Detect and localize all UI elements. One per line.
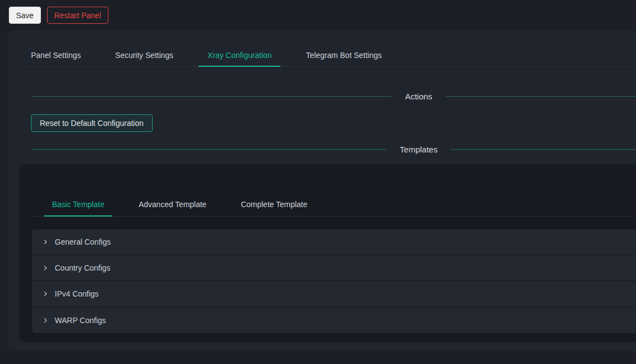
templates-divider-label: Templates: [387, 145, 451, 154]
accordion-item-label: Country Configs: [55, 263, 110, 272]
chevron-right-icon: [42, 239, 50, 245]
chevron-right-icon: [42, 291, 50, 297]
accordion-item-label: IPv4 Configs: [55, 289, 98, 298]
template-config-accordion: General Configs Country Configs IPv4 Con…: [32, 229, 636, 334]
tab-advanced-template[interactable]: Advanced Template: [131, 193, 215, 216]
tab-basic-template[interactable]: Basic Template: [44, 193, 112, 216]
save-button[interactable]: Save: [9, 7, 41, 24]
divider-line: [32, 149, 387, 150]
main-tabbar: Panel Settings Security Settings Xray Co…: [22, 44, 636, 67]
actions-divider: Actions: [32, 90, 636, 102]
settings-card: Panel Settings Security Settings Xray Co…: [8, 30, 636, 351]
topbar: Save Restart Panel: [0, 0, 636, 24]
tab-telegram-bot-settings[interactable]: Telegram Bot Settings: [297, 44, 390, 66]
chevron-right-icon: [42, 317, 50, 324]
accordion-item-country-configs[interactable]: Country Configs: [32, 255, 636, 281]
accordion-item-general-configs[interactable]: General Configs: [32, 229, 636, 255]
divider-line: [446, 96, 636, 97]
divider-line: [451, 149, 636, 150]
tab-complete-template[interactable]: Complete Template: [233, 193, 315, 216]
tab-security-settings[interactable]: Security Settings: [106, 44, 182, 66]
accordion-item-label: WARP Configs: [55, 316, 106, 325]
templates-card: Basic Template Advanced Template Complet…: [19, 164, 636, 342]
divider-line: [32, 96, 392, 97]
accordion-item-ipv4-configs[interactable]: IPv4 Configs: [32, 281, 636, 307]
accordion-item-label: General Configs: [55, 238, 111, 246]
tab-panel-settings[interactable]: Panel Settings: [22, 44, 90, 66]
accordion-item-warp-configs[interactable]: WARP Configs: [32, 307, 636, 333]
chevron-right-icon: [42, 265, 50, 271]
actions-divider-label: Actions: [392, 92, 445, 101]
tab-xray-configuration[interactable]: Xray Configuration: [199, 44, 280, 66]
restart-panel-button[interactable]: Restart Panel: [47, 7, 108, 24]
templates-divider: Templates: [32, 143, 636, 155]
reset-default-configuration-button[interactable]: Reset to Default Configuration: [31, 114, 153, 132]
template-tabbar: Basic Template Advanced Template Complet…: [32, 193, 636, 217]
